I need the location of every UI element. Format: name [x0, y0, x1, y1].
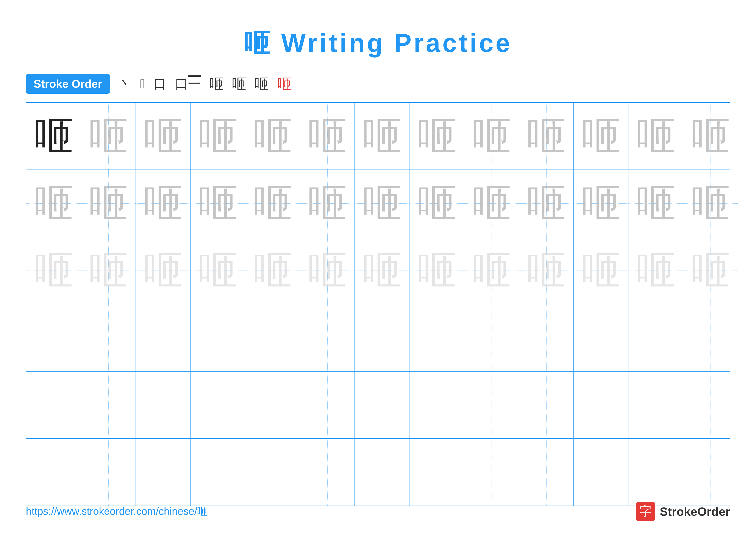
- grid-cell: [629, 371, 683, 438]
- logo-icon: 字: [636, 502, 655, 521]
- stroke-sequence: 丶 𠃌 口 口一 咂 咂 咂 咂: [119, 74, 291, 93]
- stroke-step-4: 口一: [175, 75, 201, 93]
- grid-cell: [26, 371, 81, 438]
- grid-row-4: [26, 304, 730, 371]
- grid-cell: 咂: [81, 170, 136, 237]
- grid-cell: 咂: [245, 103, 300, 169]
- grid-cell: 咂: [300, 103, 355, 169]
- grid-cell: [355, 304, 410, 371]
- grid-cell: 咂: [464, 170, 519, 237]
- grid-cell: 咂: [136, 237, 191, 304]
- logo-text: StrokeOrder: [660, 504, 730, 519]
- grid-cell: 咂: [26, 170, 81, 237]
- page-title: 咂 Writing Practice: [0, 0, 756, 61]
- grid-cell: 咂: [26, 103, 81, 169]
- practice-grid: 咂 咂 咂 咂 咂 咂 咂 咂 咂 咂 咂 咂: [26, 102, 730, 506]
- grid-cell: 咂: [191, 103, 245, 169]
- grid-cell: 咂: [300, 170, 355, 237]
- grid-cell: 咂: [245, 170, 300, 237]
- grid-cell: 咂: [683, 170, 738, 237]
- grid-cell: [81, 439, 136, 506]
- grid-cell: [519, 439, 574, 506]
- stroke-order-badge: Stroke Order: [26, 74, 110, 94]
- stroke-step-1: 丶: [119, 75, 131, 93]
- grid-cell: [574, 304, 629, 371]
- grid-cell: [410, 304, 464, 371]
- grid-cell: [300, 371, 355, 438]
- grid-cell: [245, 371, 300, 438]
- grid-cell: 咂: [410, 170, 464, 237]
- grid-cell: [300, 439, 355, 506]
- grid-cell: [464, 304, 519, 371]
- grid-cell: [629, 439, 683, 506]
- grid-cell: 咂: [519, 170, 574, 237]
- footer: https://www.strokeorder.com/chinese/咂 字 …: [0, 502, 756, 521]
- grid-cell: [464, 371, 519, 438]
- stroke-step-final: 咂: [277, 74, 291, 93]
- grid-cell: [191, 304, 245, 371]
- grid-cell: [136, 304, 191, 371]
- grid-cell: 咂: [191, 237, 245, 304]
- grid-cell: [574, 439, 629, 506]
- grid-cell: [191, 371, 245, 438]
- footer-url[interactable]: https://www.strokeorder.com/chinese/咂: [26, 504, 207, 518]
- grid-cell: [136, 371, 191, 438]
- grid-cell: [245, 304, 300, 371]
- grid-cell: [464, 439, 519, 506]
- grid-cell: [245, 439, 300, 506]
- grid-cell: 咂: [519, 237, 574, 304]
- grid-cell: [81, 371, 136, 438]
- stroke-step-7: 咂: [255, 74, 269, 93]
- grid-cell: 咂: [300, 237, 355, 304]
- grid-cell: 咂: [574, 103, 629, 169]
- grid-cell: [355, 371, 410, 438]
- grid-cell: 咂: [245, 237, 300, 304]
- grid-cell: [574, 371, 629, 438]
- grid-cell: [683, 371, 738, 438]
- grid-cell: 咂: [683, 103, 738, 169]
- stroke-step-6: 咂: [232, 74, 246, 93]
- grid-cell: 咂: [136, 170, 191, 237]
- grid-cell: [519, 371, 574, 438]
- grid-cell: 咂: [574, 170, 629, 237]
- grid-cell: [26, 439, 81, 506]
- grid-cell: 咂: [574, 237, 629, 304]
- grid-cell: 咂: [136, 103, 191, 169]
- grid-cell: 咂: [26, 237, 81, 304]
- grid-cell: [300, 304, 355, 371]
- grid-cell: 咂: [629, 237, 683, 304]
- grid-cell: 咂: [519, 103, 574, 169]
- grid-cell: [136, 439, 191, 506]
- grid-cell: 咂: [683, 237, 738, 304]
- grid-cell: [683, 439, 738, 506]
- grid-cell: 咂: [191, 170, 245, 237]
- grid-cell: [26, 304, 81, 371]
- grid-cell: 咂: [464, 237, 519, 304]
- grid-cell: 咂: [410, 103, 464, 169]
- grid-row-6: [26, 439, 730, 506]
- grid-cell: 咂: [355, 170, 410, 237]
- grid-cell: 咂: [355, 103, 410, 169]
- grid-row-5: [26, 371, 730, 439]
- grid-cell: [519, 304, 574, 371]
- grid-cell: 咂: [629, 103, 683, 169]
- footer-logo: 字 StrokeOrder: [636, 502, 730, 521]
- grid-cell: [81, 304, 136, 371]
- stroke-step-3: 口: [153, 75, 166, 93]
- grid-cell: [683, 304, 738, 371]
- grid-cell: [410, 371, 464, 438]
- grid-cell: [410, 439, 464, 506]
- stroke-step-5: 咂: [209, 74, 224, 93]
- grid-cell: 咂: [81, 237, 136, 304]
- grid-cell: 咂: [629, 170, 683, 237]
- grid-row-3: 咂 咂 咂 咂 咂 咂 咂 咂 咂 咂 咂 咂: [26, 237, 730, 304]
- grid-row-1: 咂 咂 咂 咂 咂 咂 咂 咂 咂 咂 咂 咂: [26, 103, 730, 170]
- grid-row-2: 咂 咂 咂 咂 咂 咂 咂 咂 咂 咂 咂 咂: [26, 170, 730, 237]
- grid-cell: 咂: [355, 237, 410, 304]
- grid-cell: [191, 439, 245, 506]
- stroke-order-section: Stroke Order 丶 𠃌 口 口一 咂 咂 咂 咂: [26, 74, 730, 94]
- grid-cell: 咂: [464, 103, 519, 169]
- grid-cell: 咂: [81, 103, 136, 169]
- grid-cell: [629, 304, 683, 371]
- grid-cell: 咂: [410, 237, 464, 304]
